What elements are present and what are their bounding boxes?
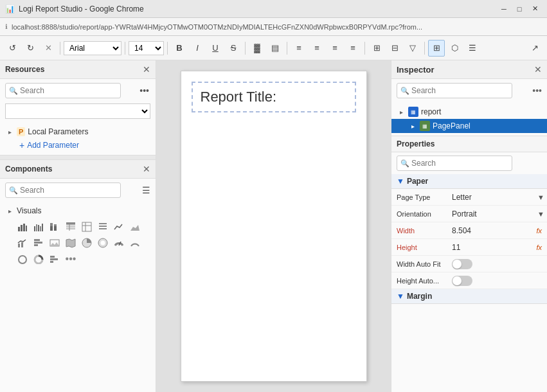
prop-orientation-dropdown[interactable]: ▼ (537, 210, 544, 218)
panel-divider (0, 155, 156, 160)
page-panel-icon: ▦ (420, 121, 430, 131)
prop-orientation-value: Portrait ▼ (449, 207, 547, 221)
comp-image[interactable] (48, 236, 62, 250)
local-params-item[interactable]: ▸ P Local Parameters (0, 125, 156, 138)
prop-orientation: Orientation Portrait ▼ (391, 206, 547, 222)
svg-rect-9 (50, 223, 53, 226)
paper-collapse-icon: ▼ (397, 177, 404, 186)
visuals-category[interactable]: ▸ Visuals (0, 204, 156, 217)
comp-pie[interactable] (80, 236, 94, 250)
report-tree-label: report (421, 107, 441, 116)
prop-width-value: 8.504 fx (449, 224, 547, 238)
resources-close-button[interactable]: ✕ (143, 64, 150, 75)
fill-color-button[interactable]: ▓ (249, 40, 265, 57)
components-list-view-button[interactable]: ☰ (142, 185, 150, 195)
margin-group-header[interactable]: ▼ Margin (391, 289, 547, 304)
toolbar-separator-6 (364, 42, 365, 55)
inspector-search-input[interactable] (397, 83, 512, 98)
comp-crosstab[interactable] (80, 220, 94, 234)
comp-list[interactable] (96, 220, 110, 234)
page-expand-icon: ▸ (408, 121, 417, 130)
italic-button[interactable]: I (189, 40, 206, 57)
svg-rect-25 (18, 244, 20, 247)
font-family-select[interactable]: Arial (64, 41, 121, 55)
components-search-container: 🔍 (5, 183, 139, 198)
cube-view-button[interactable]: ⬡ (446, 40, 463, 57)
page-panel-tree-item[interactable]: ▸ ▦ PagePanel (391, 119, 547, 133)
comp-circle[interactable] (15, 252, 30, 266)
app-logo-icon: 📊 (5, 4, 15, 13)
strikethrough-button[interactable]: S (225, 40, 242, 57)
prop-width-auto-name: Width Auto Fit (391, 258, 449, 271)
components-close-button[interactable]: ✕ (143, 164, 150, 174)
title-bar: 📊 Logi Report Studio - Google Chrome ─ □… (0, 0, 547, 18)
prop-page-type-value: Letter ▼ (449, 190, 547, 204)
comp-bar-chart[interactable] (15, 220, 30, 234)
close-window-button[interactable]: ✕ (528, 3, 542, 15)
comp-line-chart[interactable] (112, 220, 126, 234)
report-tree-item[interactable]: ▸ ▦ report (391, 105, 547, 119)
paper-group-header[interactable]: ▼ Paper (391, 174, 547, 189)
comp-table[interactable] (64, 220, 78, 234)
prop-page-type-name: Page Type (391, 191, 449, 204)
inspector-more-button[interactable]: ••• (532, 85, 542, 96)
svg-marker-32 (66, 239, 75, 247)
maximize-button[interactable]: □ (512, 3, 526, 15)
properties-search-input[interactable] (397, 156, 512, 171)
undo-button[interactable]: ↺ (4, 40, 21, 57)
prop-height-fx[interactable]: fx (536, 244, 542, 251)
toolbar-separator-2 (125, 42, 125, 55)
width-auto-toggle-knob (453, 260, 462, 269)
delete-button[interactable]: ✕ (40, 40, 57, 57)
comp-donut[interactable] (96, 236, 110, 250)
comp-ring[interactable] (31, 252, 46, 266)
canvas-area: Report Title: (156, 60, 391, 392)
height-auto-toggle[interactable] (452, 276, 472, 286)
prop-height-auto-name: Height Auto... (391, 274, 449, 287)
comp-more[interactable]: ••• (64, 252, 78, 266)
report-canvas: Report Title: (181, 71, 367, 382)
svg-rect-7 (40, 226, 41, 231)
merge-h-button[interactable]: ⊞ (368, 40, 385, 57)
prop-height-name: Height (391, 241, 449, 254)
svg-rect-39 (50, 256, 55, 258)
filter-button[interactable]: ▽ (404, 40, 421, 57)
width-auto-toggle[interactable] (452, 259, 472, 269)
align-center-button[interactable]: ≡ (309, 40, 325, 57)
comp-arc[interactable] (128, 236, 142, 250)
comp-bar-h[interactable] (31, 236, 46, 250)
resources-dropdown[interactable] (5, 103, 150, 119)
comp-map[interactable] (64, 236, 78, 250)
align-left-button[interactable]: ≡ (291, 40, 307, 57)
redo-button[interactable]: ↻ (22, 40, 39, 57)
underline-button[interactable]: U (207, 40, 224, 57)
prop-page-type-dropdown[interactable]: ▼ (537, 193, 544, 201)
table-view-button[interactable]: ⊞ (428, 40, 445, 57)
list-view-button[interactable]: ☰ (464, 40, 481, 57)
comp-grouped-bar[interactable] (31, 220, 46, 234)
resources-search-input[interactable] (5, 83, 121, 98)
bold-button[interactable]: B (171, 40, 188, 57)
comp-hbar[interactable] (48, 252, 62, 266)
svg-rect-10 (50, 226, 53, 231)
border-button[interactable]: ▤ (267, 40, 283, 57)
components-search-row: 🔍 ☰ (0, 179, 156, 202)
toolbar: ↺ ↻ ✕ Arial 14 B I U S ▓ ▤ ≡ ≡ ≡ ≡ ⊞ ⊟ ▽… (0, 36, 547, 60)
comp-combo-chart[interactable] (15, 236, 30, 250)
minimize-button[interactable]: ─ (497, 3, 511, 15)
inspector-close-button[interactable]: ✕ (534, 64, 542, 75)
resources-more-button[interactable]: ••• (138, 84, 150, 97)
comp-stacked-bar[interactable] (48, 220, 62, 234)
font-size-select[interactable]: 14 (129, 41, 164, 55)
merge-v-button[interactable]: ⊟ (386, 40, 403, 57)
components-search-input[interactable] (5, 183, 121, 198)
report-title[interactable]: Report Title: (192, 82, 356, 112)
comp-area-chart[interactable] (128, 220, 142, 234)
export-button[interactable]: ↗ (526, 40, 543, 57)
add-parameter-button[interactable]: + Add Parameter (0, 138, 156, 152)
align-justify-button[interactable]: ≡ (345, 40, 361, 57)
info-icon: ℹ (5, 23, 8, 30)
prop-width-fx[interactable]: fx (536, 227, 542, 235)
align-right-button[interactable]: ≡ (327, 40, 343, 57)
comp-gauge[interactable] (112, 236, 126, 250)
